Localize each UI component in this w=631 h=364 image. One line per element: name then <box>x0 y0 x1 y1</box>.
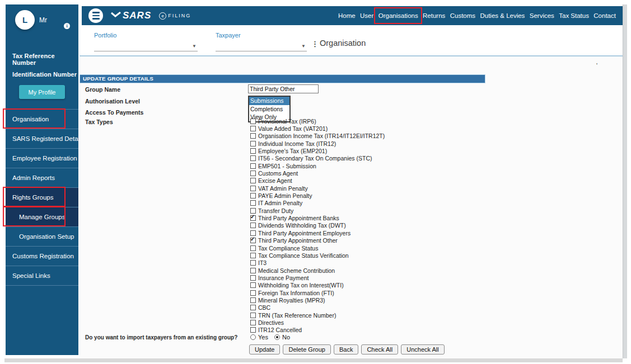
avatar[interactable]: L <box>15 10 35 30</box>
tax-type-row[interactable]: TRN (Tax Reference Number) <box>250 311 385 319</box>
radio-option[interactable]: No <box>274 334 290 341</box>
kebab-menu-icon[interactable]: ⋮ <box>311 40 319 48</box>
tax-type-row[interactable]: Value Added Tax (VAT201) <box>250 125 385 132</box>
group-name-input[interactable] <box>248 84 319 93</box>
radio-icon[interactable] <box>274 334 280 340</box>
action-button[interactable]: Delete Group <box>283 344 330 354</box>
tax-type-row[interactable]: Third Party Appointment Employers <box>250 229 385 237</box>
checkbox-icon[interactable] <box>250 260 256 266</box>
checkbox-icon[interactable] <box>250 200 256 206</box>
tax-type-row[interactable]: VAT Admin Penalty <box>250 185 385 192</box>
sidebar-item[interactable]: Manage Groups <box>6 207 78 226</box>
checkbox-icon[interactable] <box>250 223 256 228</box>
checkbox-icon[interactable] <box>250 148 256 154</box>
hamburger-menu-icon[interactable] <box>88 8 103 23</box>
tax-type-row[interactable]: IT3 <box>250 259 385 267</box>
checkbox-icon[interactable] <box>250 275 256 281</box>
taxpayer-select[interactable]: ▼ <box>216 41 307 51</box>
top-nav-item[interactable]: Organisations <box>378 12 418 19</box>
checkbox-icon[interactable] <box>250 215 256 221</box>
tax-type-row[interactable]: Third Party Appointment Other <box>250 237 385 244</box>
checkbox-icon[interactable] <box>250 253 256 258</box>
tax-type-row[interactable]: Withholding Tax on Interest(WTI) <box>250 282 385 289</box>
tax-type-row[interactable]: Medical Scheme Contribution <box>250 267 385 274</box>
tax-type-row[interactable]: Third Party Appointment Banks <box>250 214 385 221</box>
action-button[interactable]: Back <box>334 344 358 354</box>
tax-type-row[interactable]: Organisation Income Tax (ITR14/IT12EI/IT… <box>250 133 385 140</box>
tax-type-row[interactable]: Transfer Duty <box>250 207 385 214</box>
top-nav-item[interactable]: Duties & Levies <box>480 12 525 19</box>
checkbox-icon[interactable] <box>250 282 256 288</box>
scrollbar[interactable] <box>623 4 627 358</box>
tax-type-row[interactable]: IT56 - Secondary Tax On Companies (STC) <box>250 155 385 162</box>
radio-icon[interactable] <box>250 334 256 340</box>
checkbox-icon[interactable] <box>250 313 256 318</box>
top-nav-item[interactable]: Home <box>338 12 356 19</box>
checkbox-icon[interactable] <box>250 245 256 251</box>
checkbox-icon[interactable] <box>250 238 256 243</box>
checkbox-icon[interactable] <box>250 290 256 296</box>
authorisation-level-label: Authorisation Level <box>85 98 140 105</box>
sidebar-item[interactable]: SARS Registered Details <box>6 129 78 148</box>
tax-type-row[interactable]: Dividends Withholding Tax (DWT) <box>250 222 385 229</box>
action-button[interactable]: Uncheck All <box>401 344 444 354</box>
listbox-option[interactable]: Completions <box>249 105 289 114</box>
checkbox-icon[interactable] <box>250 268 256 273</box>
tax-type-row[interactable]: Directives <box>250 319 385 326</box>
checkbox-icon[interactable] <box>250 178 256 183</box>
sidebar-item[interactable]: Special Links <box>6 266 78 285</box>
tax-type-row[interactable]: Mineral Royalties (MPR3) <box>250 296 385 304</box>
radio-option[interactable]: Yes <box>250 334 268 341</box>
tax-type-label: Organisation Income Tax (ITR14/IT12EI/IT… <box>258 133 385 139</box>
sidebar-item[interactable]: Rights Groups <box>6 187 78 207</box>
portfolio-select[interactable]: ▼ <box>94 41 198 51</box>
top-nav-item[interactable]: Contact <box>593 12 616 19</box>
tax-type-label: Medical Scheme Contribution <box>258 267 335 274</box>
sidebar-item[interactable]: Organisation <box>6 109 78 129</box>
checkbox-icon[interactable] <box>250 208 256 214</box>
checkbox-icon[interactable] <box>250 327 256 333</box>
checkbox-icon[interactable] <box>250 155 256 161</box>
tax-types-label: Tax Types <box>85 119 113 125</box>
top-nav-item[interactable]: Returns <box>423 12 445 19</box>
tax-type-row[interactable]: Tax Compliance Status <box>250 244 385 252</box>
tax-type-row[interactable]: PAYE Admin Penalty <box>250 192 385 199</box>
top-nav-item[interactable]: Services <box>530 12 554 19</box>
top-nav-item[interactable]: User <box>360 12 373 19</box>
sidebar-item[interactable]: Admin Reports <box>6 168 78 187</box>
checkbox-icon[interactable] <box>250 186 256 191</box>
checkbox-icon[interactable] <box>250 320 256 325</box>
tax-type-row[interactable]: Tax Compliance Status Verification <box>250 252 385 259</box>
tax-type-row[interactable]: IT Admin Penalty <box>250 200 385 207</box>
tax-type-row[interactable]: Customs Agent <box>250 169 385 177</box>
checkbox-icon[interactable] <box>250 141 256 146</box>
action-button[interactable]: Update <box>249 344 280 354</box>
sidebar-item[interactable]: Organisation Setup <box>6 226 78 246</box>
sidebar-item[interactable]: Employee Registration <box>6 148 78 168</box>
info-icon[interactable]: i <box>64 23 70 29</box>
tax-type-row[interactable]: Provisional Tax (IRP6) <box>250 117 385 125</box>
my-profile-button[interactable]: My Profile <box>19 85 65 99</box>
checkbox-icon[interactable] <box>250 133 256 139</box>
action-button[interactable]: Check All <box>361 344 398 354</box>
checkbox-icon[interactable] <box>250 126 256 131</box>
checkbox-icon[interactable] <box>250 297 256 303</box>
tax-type-row[interactable]: EMP501 - Submission <box>250 162 385 169</box>
tax-type-row[interactable]: Employee's Tax (EMP201) <box>250 147 385 154</box>
tax-type-row[interactable]: Foreign Tax Information (FTI) <box>250 289 385 296</box>
top-nav-item[interactable]: Customs <box>450 12 475 19</box>
tax-type-row[interactable]: Individual Income Tax (ITR12) <box>250 140 385 147</box>
checkbox-icon[interactable] <box>250 305 256 310</box>
top-nav-item[interactable]: Tax Status <box>559 12 589 19</box>
tax-type-row[interactable]: ITR12 Cancelled <box>250 327 385 334</box>
tax-type-row[interactable]: Insurance Payment <box>250 274 385 281</box>
checkbox-icon[interactable] <box>250 163 256 169</box>
checkbox-icon[interactable] <box>250 171 256 176</box>
listbox-option[interactable]: Submissions <box>249 97 289 105</box>
checkbox-icon[interactable] <box>250 230 256 236</box>
checkbox-icon[interactable] <box>250 119 256 124</box>
checkbox-icon[interactable] <box>250 193 256 198</box>
tax-type-row[interactable]: Excise Agent <box>250 177 385 185</box>
sidebar-item[interactable]: Customs Registration <box>6 246 78 266</box>
tax-type-row[interactable]: CBC <box>250 304 385 311</box>
